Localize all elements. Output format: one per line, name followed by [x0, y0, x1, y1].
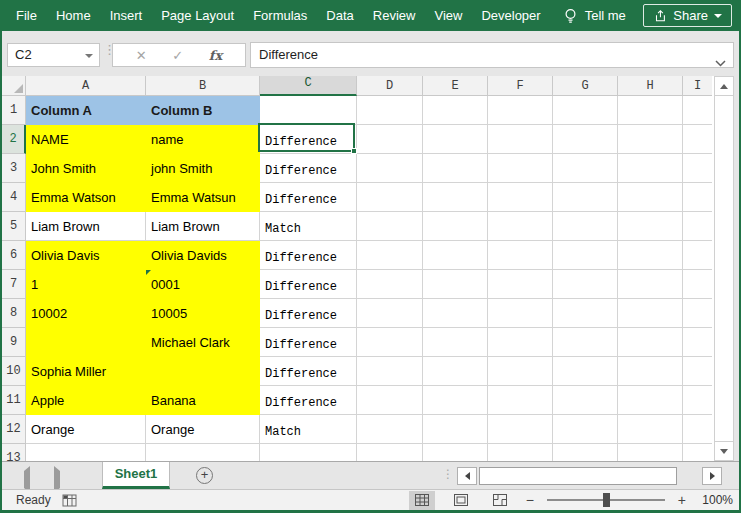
scroll-down-button[interactable]	[715, 441, 733, 460]
cell-H10[interactable]	[618, 357, 683, 386]
cell-G2[interactable]	[553, 125, 618, 154]
cell-H1[interactable]	[618, 96, 683, 125]
cell-B8[interactable]: 10005	[146, 299, 260, 328]
cell-H4[interactable]	[618, 183, 683, 212]
cell-E3[interactable]	[423, 154, 488, 183]
cell-H13[interactable]	[618, 444, 683, 461]
scroll-up-button[interactable]	[715, 77, 733, 96]
cell-H6[interactable]	[618, 241, 683, 270]
column-header-G[interactable]: G	[553, 76, 618, 96]
cell-B6[interactable]: Olivia Davids	[146, 241, 260, 270]
cell-F8[interactable]	[488, 299, 553, 328]
cell-B11[interactable]: Banana	[146, 386, 260, 415]
cell-G11[interactable]	[553, 386, 618, 415]
row-header-6[interactable]: 6	[2, 241, 26, 270]
cell-F10[interactable]	[488, 357, 553, 386]
cell-E6[interactable]	[423, 241, 488, 270]
vertical-scrollbar-thumb[interactable]	[715, 96, 733, 442]
select-all-button[interactable]	[2, 76, 26, 96]
cell-D2[interactable]	[357, 125, 423, 154]
cell-G1[interactable]	[553, 96, 618, 125]
cell-D11[interactable]	[357, 386, 423, 415]
column-header-F[interactable]: F	[488, 76, 553, 96]
cell-G13[interactable]	[553, 444, 618, 461]
cell-C11[interactable]: Difference	[260, 386, 357, 415]
cell-C8[interactable]: Difference	[260, 299, 357, 328]
tab-file[interactable]: File	[16, 0, 37, 31]
row-header-9[interactable]: 9	[2, 328, 26, 357]
cell-A12[interactable]: Orange	[26, 415, 146, 444]
row-header-4[interactable]: 4	[2, 183, 26, 212]
cell-C13[interactable]	[260, 444, 357, 461]
cell-G5[interactable]	[553, 212, 618, 241]
row-header-5[interactable]: 5	[2, 212, 26, 241]
cell-B1[interactable]: Column B	[146, 96, 260, 125]
cell-G9[interactable]	[553, 328, 618, 357]
vertical-scrollbar[interactable]	[714, 76, 734, 461]
tab-developer[interactable]: Developer	[481, 0, 540, 31]
formula-input[interactable]: Difference	[250, 42, 734, 68]
row-header-11[interactable]: 11	[2, 386, 26, 415]
tab-insert[interactable]: Insert	[110, 0, 143, 31]
cell-I8[interactable]	[683, 299, 712, 328]
cell-C5[interactable]: Match	[260, 212, 357, 241]
cell-I13[interactable]	[683, 444, 712, 461]
cancel-icon[interactable]: ✕	[136, 48, 147, 63]
cell-H12[interactable]	[618, 415, 683, 444]
hscroll-right-button[interactable]	[702, 467, 722, 485]
cell-A13[interactable]	[26, 444, 146, 461]
cell-B10[interactable]	[146, 357, 260, 386]
cell-A6[interactable]: Olivia Davis	[26, 241, 146, 270]
tell-me-box[interactable]: Tell me	[564, 8, 626, 24]
cell-B13[interactable]	[146, 444, 260, 461]
cell-D3[interactable]	[357, 154, 423, 183]
cell-D9[interactable]	[357, 328, 423, 357]
sheet-nav-left-icon[interactable]	[24, 471, 30, 489]
cell-F3[interactable]	[488, 154, 553, 183]
normal-view-button[interactable]	[409, 491, 435, 510]
tab-home[interactable]: Home	[56, 0, 91, 31]
zoom-out-button[interactable]: −	[526, 492, 534, 508]
cell-C7[interactable]: Difference	[260, 270, 357, 299]
cell-D13[interactable]	[357, 444, 423, 461]
cell-G4[interactable]	[553, 183, 618, 212]
cell-C4[interactable]: Difference	[260, 183, 357, 212]
cell-E7[interactable]	[423, 270, 488, 299]
row-header-13[interactable]: 13	[2, 444, 26, 461]
cell-C3[interactable]: Difference	[260, 154, 357, 183]
cell-E13[interactable]	[423, 444, 488, 461]
cell-E10[interactable]	[423, 357, 488, 386]
tab-review[interactable]: Review	[373, 0, 416, 31]
formula-bar-expand-icon[interactable]	[715, 51, 726, 75]
cell-B2[interactable]: name	[146, 125, 260, 154]
cell-A9[interactable]	[26, 328, 146, 357]
new-sheet-button[interactable]: +	[196, 467, 213, 484]
row-header-2[interactable]: 2	[2, 125, 26, 154]
cell-C12[interactable]: Match	[260, 415, 357, 444]
column-header-A[interactable]: A	[26, 76, 146, 96]
cell-E2[interactable]	[423, 125, 488, 154]
cell-F4[interactable]	[488, 183, 553, 212]
cell-H3[interactable]	[618, 154, 683, 183]
cell-H9[interactable]	[618, 328, 683, 357]
cell-B4[interactable]: Emma Watsun	[146, 183, 260, 212]
cell-A10[interactable]: Sophia Miller	[26, 357, 146, 386]
cell-I2[interactable]	[683, 125, 712, 154]
enter-icon[interactable]: ✓	[172, 48, 183, 63]
cell-D1[interactable]	[357, 96, 423, 125]
cell-A4[interactable]: Emma Watson	[26, 183, 146, 212]
cell-E12[interactable]	[423, 415, 488, 444]
cell-A8[interactable]: 10002	[26, 299, 146, 328]
column-header-D[interactable]: D	[357, 76, 423, 96]
row-header-8[interactable]: 8	[2, 299, 26, 328]
tab-page-layout[interactable]: Page Layout	[161, 0, 234, 31]
cell-G10[interactable]	[553, 357, 618, 386]
row-header-10[interactable]: 10	[2, 357, 26, 386]
cell-E11[interactable]	[423, 386, 488, 415]
cell-C10[interactable]: Difference	[260, 357, 357, 386]
hscroll-left-button[interactable]	[457, 467, 477, 485]
insert-function-icon[interactable]: fx	[209, 48, 222, 63]
cell-D12[interactable]	[357, 415, 423, 444]
cell-I9[interactable]	[683, 328, 712, 357]
sheet-tab-sheet1[interactable]: Sheet1	[102, 462, 170, 489]
